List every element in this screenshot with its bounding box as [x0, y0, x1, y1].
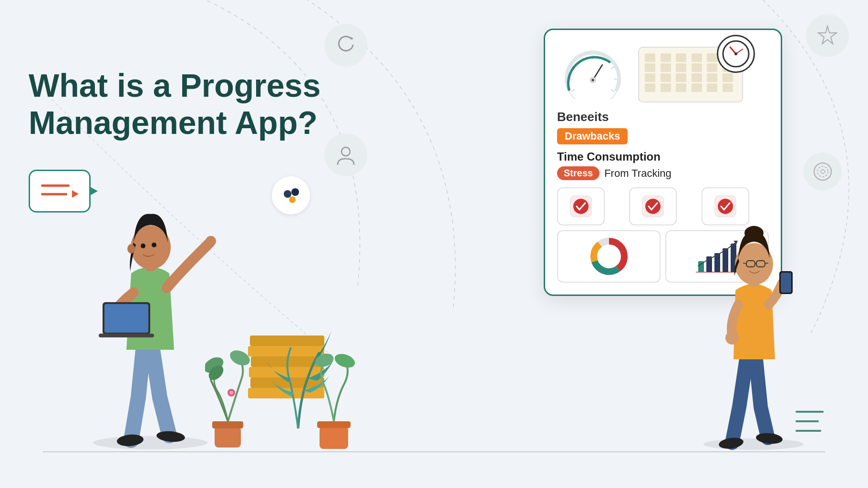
user-icon [324, 133, 367, 176]
svg-point-83 [725, 331, 739, 345]
svg-point-4 [814, 163, 831, 180]
svg-point-49 [206, 236, 216, 246]
gauge-widget [557, 42, 629, 99]
svg-point-25 [573, 199, 589, 214]
stress-row: Stress From Tracking [557, 166, 769, 180]
svg-line-10 [611, 67, 614, 69]
svg-rect-52 [99, 334, 154, 337]
check-cell-2 [629, 187, 677, 225]
svg-point-65 [229, 391, 233, 395]
drawbacks-badge: Drawbacks [557, 128, 628, 144]
svg-point-3 [289, 196, 296, 203]
svg-point-2 [291, 188, 299, 196]
svg-rect-51 [104, 304, 148, 333]
svg-point-5 [817, 166, 828, 177]
svg-point-41 [93, 436, 207, 449]
refresh-icon [324, 24, 367, 67]
stress-badge: Stress [557, 166, 599, 180]
stress-from-tracking-text: From Tracking [604, 167, 672, 180]
page-title: What is a Progress Management App? [29, 67, 339, 141]
svg-point-19 [591, 79, 594, 81]
clock-icon [717, 35, 755, 73]
svg-point-68 [333, 351, 357, 370]
svg-point-0 [341, 147, 350, 156]
person-right-illustration [682, 183, 825, 450]
svg-line-79 [743, 263, 746, 264]
svg-point-70 [703, 438, 804, 450]
plants-illustration [205, 264, 386, 455]
svg-point-75 [744, 226, 764, 240]
ground-line [43, 451, 825, 452]
svg-line-16 [571, 90, 575, 92]
svg-rect-58 [250, 336, 324, 346]
svg-line-80 [765, 263, 768, 264]
svg-point-48 [152, 243, 156, 247]
donut-chart [557, 230, 661, 283]
svg-rect-82 [781, 273, 791, 293]
svg-point-47 [141, 244, 145, 248]
dots-icon [272, 176, 310, 214]
check-cell-1 [557, 187, 605, 225]
svg-point-34 [600, 247, 618, 265]
svg-point-6 [821, 170, 825, 173]
svg-line-12 [611, 90, 614, 92]
svg-point-27 [645, 199, 661, 214]
svg-point-1 [284, 190, 291, 198]
svg-rect-66 [320, 426, 348, 449]
svg-point-23 [734, 52, 737, 55]
svg-point-46 [127, 244, 135, 254]
time-consumption-text: Time Consumption [557, 150, 769, 163]
svg-rect-57 [248, 346, 324, 356]
svg-rect-67 [317, 421, 351, 428]
star-icon [806, 14, 849, 57]
svg-rect-59 [215, 426, 241, 447]
benefits-label: Beneeits [557, 110, 769, 124]
svg-rect-60 [212, 421, 243, 428]
